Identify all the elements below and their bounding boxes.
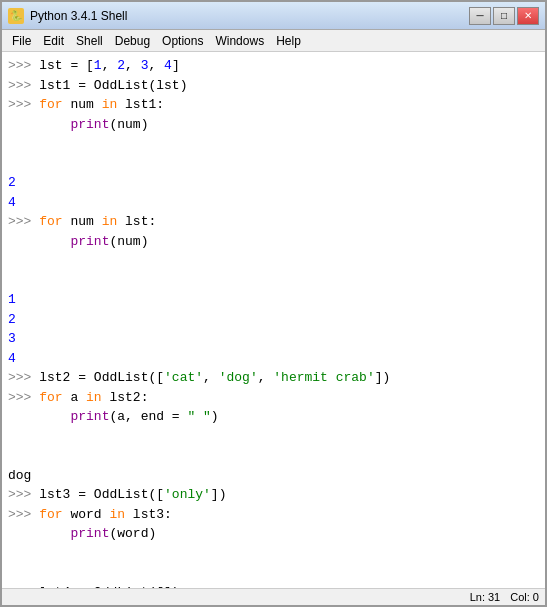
line-number: Ln: 31 (470, 591, 501, 603)
minimize-button[interactable]: ─ (469, 7, 491, 25)
maximize-button[interactable]: □ (493, 7, 515, 25)
col-number: Col: 0 (510, 591, 539, 603)
menu-help[interactable]: Help (270, 32, 307, 50)
main-window: 🐍 Python 3.4.1 Shell ─ □ ✕ File Edit She… (0, 0, 547, 607)
menu-shell[interactable]: Shell (70, 32, 109, 50)
window-title: Python 3.4.1 Shell (30, 9, 127, 23)
menu-bar: File Edit Shell Debug Options Windows He… (2, 30, 545, 52)
shell-area[interactable]: >>> lst = [1, 2, 3, 4] >>> lst1 = OddLis… (2, 52, 545, 588)
menu-windows[interactable]: Windows (209, 32, 270, 50)
menu-debug[interactable]: Debug (109, 32, 156, 50)
menu-options[interactable]: Options (156, 32, 209, 50)
title-bar: 🐍 Python 3.4.1 Shell ─ □ ✕ (2, 2, 545, 30)
shell-output: >>> lst = [1, 2, 3, 4] >>> lst1 = OddLis… (8, 56, 539, 588)
title-bar-left: 🐍 Python 3.4.1 Shell (8, 8, 127, 24)
title-bar-buttons: ─ □ ✕ (469, 7, 539, 25)
menu-file[interactable]: File (6, 32, 37, 50)
close-button[interactable]: ✕ (517, 7, 539, 25)
menu-edit[interactable]: Edit (37, 32, 70, 50)
status-bar: Ln: 31 Col: 0 (2, 588, 545, 605)
python-icon: 🐍 (8, 8, 24, 24)
